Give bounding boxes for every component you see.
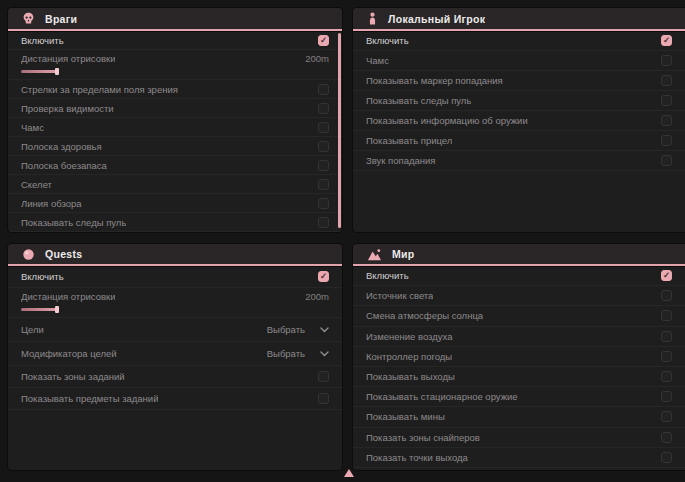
select-dropdown[interactable]: Выбрать bbox=[267, 348, 329, 359]
panel-title: Мир bbox=[392, 248, 415, 260]
checkbox[interactable]: ✓ bbox=[661, 35, 672, 46]
checkbox[interactable] bbox=[661, 391, 672, 402]
setting-row: Показать точки выхода bbox=[353, 448, 685, 468]
checkbox[interactable] bbox=[318, 141, 329, 152]
setting-label: Включить bbox=[366, 35, 409, 46]
checkbox[interactable] bbox=[661, 290, 672, 301]
setting-row: Проверка видимости bbox=[8, 99, 342, 118]
slider-fill bbox=[21, 70, 57, 73]
setting-row: Показывать информацию об оружии bbox=[353, 111, 685, 131]
panel-header[interactable]: Quests bbox=[8, 244, 342, 264]
slider-fill bbox=[21, 308, 57, 311]
checkbox[interactable] bbox=[661, 331, 672, 342]
checkbox[interactable] bbox=[661, 432, 672, 443]
distance-slider[interactable] bbox=[21, 306, 141, 313]
setting-row: Дистанция отрисовки200m bbox=[8, 288, 342, 318]
checkbox[interactable] bbox=[318, 122, 329, 133]
setting-row: Включить✓ bbox=[8, 31, 342, 50]
scrollbar[interactable] bbox=[338, 33, 341, 228]
checkbox[interactable] bbox=[661, 135, 672, 146]
setting-label: Показывать стационарное оружие bbox=[366, 391, 518, 402]
setting-row: Включить✓ bbox=[353, 31, 685, 51]
setting-label: Источник света bbox=[366, 290, 433, 301]
slider-thumb[interactable] bbox=[55, 68, 59, 75]
setting-row: Показывать маркер попадания bbox=[353, 71, 685, 91]
setting-label: Дистанция отрисовки bbox=[21, 291, 115, 302]
checkbox[interactable] bbox=[661, 310, 672, 321]
setting-row: Стрелки за пределами поля зрения bbox=[8, 80, 342, 99]
setting-label: Показывать выходы bbox=[366, 371, 455, 382]
panel-title: Враги bbox=[45, 13, 77, 25]
setting-row: Скелет bbox=[8, 175, 342, 194]
slider-value: 200m bbox=[305, 53, 329, 64]
select-dropdown[interactable]: Выбрать bbox=[267, 324, 329, 335]
quest-icon bbox=[22, 248, 35, 261]
setting-label: Показывать информацию об оружии bbox=[366, 115, 528, 126]
setting-label: Показывать маркер попадания bbox=[366, 75, 503, 86]
setting-label: Включить bbox=[366, 270, 409, 281]
checkbox[interactable]: ✓ bbox=[661, 270, 672, 281]
panel-локальный-игрок: Локальный ИгрокВключить✓ЧамсПоказывать м… bbox=[353, 8, 685, 232]
panel-header[interactable]: Мир bbox=[353, 244, 685, 264]
setting-row: Показывать прицел bbox=[353, 131, 685, 151]
checkbox[interactable] bbox=[318, 103, 329, 114]
person-icon bbox=[367, 12, 378, 25]
slider-thumb[interactable] bbox=[55, 306, 59, 313]
setting-label: Включить bbox=[21, 271, 64, 282]
setting-row: Включить✓ bbox=[8, 266, 342, 288]
checkbox[interactable] bbox=[661, 411, 672, 422]
setting-label: Показывать предметы заданий bbox=[21, 393, 158, 404]
panel-body: Включить✓Источник светаСмена атмосферы с… bbox=[353, 266, 685, 468]
checkbox[interactable] bbox=[661, 95, 672, 106]
checkbox[interactable] bbox=[661, 371, 672, 382]
setting-row: Показывать следы пуль bbox=[8, 213, 342, 232]
panel-body: Включить✓Дистанция отрисовки200mЦелиВыбр… bbox=[8, 266, 342, 410]
setting-row: Чамс bbox=[8, 118, 342, 137]
setting-label: Полоска здоровья bbox=[21, 141, 102, 152]
chevron-down-icon bbox=[320, 351, 329, 357]
checkbox[interactable] bbox=[318, 198, 329, 209]
setting-label: Линия обзора bbox=[21, 198, 82, 209]
setting-row: Чамс bbox=[353, 51, 685, 71]
panel-title: Quests bbox=[45, 248, 82, 260]
panel-title: Локальный Игрок bbox=[388, 13, 485, 25]
checkbox[interactable] bbox=[318, 84, 329, 95]
checkbox[interactable] bbox=[318, 393, 329, 404]
cursor-pointer bbox=[344, 469, 354, 477]
checkbox[interactable]: ✓ bbox=[318, 35, 329, 46]
setting-label: Цели bbox=[21, 324, 44, 335]
checkbox[interactable] bbox=[661, 155, 672, 166]
checkbox[interactable]: ✓ bbox=[318, 271, 329, 282]
checkbox[interactable] bbox=[318, 160, 329, 171]
mod-menu-overlay: ВрагиВключить✓Дистанция отрисовки200mСтр… bbox=[0, 0, 685, 482]
panel-header[interactable]: Враги bbox=[8, 8, 342, 29]
setting-row: Контроллер погоды bbox=[353, 347, 685, 367]
checkbox[interactable] bbox=[318, 179, 329, 190]
setting-label: Чамс bbox=[21, 122, 44, 133]
distance-slider[interactable] bbox=[21, 68, 141, 75]
setting-label: Показывать мины bbox=[366, 411, 445, 422]
setting-row: ЦелиВыбрать bbox=[8, 318, 342, 342]
setting-label: Скелет bbox=[21, 179, 52, 190]
setting-label: Показывать следы пуль bbox=[366, 95, 471, 106]
setting-row: Показывать следы пуль bbox=[353, 91, 685, 111]
panel-quests: QuestsВключить✓Дистанция отрисовки200mЦе… bbox=[8, 244, 342, 470]
checkbox[interactable] bbox=[318, 217, 329, 228]
checkbox[interactable] bbox=[661, 55, 672, 66]
checkbox[interactable] bbox=[661, 452, 672, 463]
chevron-down-icon bbox=[320, 327, 329, 333]
setting-label: Включить bbox=[21, 35, 64, 46]
setting-row: Показать зоны снайперов bbox=[353, 428, 685, 448]
panel-header[interactable]: Локальный Игрок bbox=[353, 8, 685, 29]
setting-row: Линия обзора bbox=[8, 194, 342, 213]
checkbox[interactable] bbox=[318, 371, 329, 382]
select-value: Выбрать bbox=[267, 348, 305, 359]
checkbox[interactable] bbox=[661, 75, 672, 86]
setting-label: Чамс bbox=[366, 55, 389, 66]
setting-row: Включить✓ bbox=[353, 266, 685, 286]
setting-label: Звук попадания bbox=[366, 155, 436, 166]
setting-label: Полоска боезапаса bbox=[21, 160, 107, 171]
checkbox[interactable] bbox=[661, 115, 672, 126]
setting-row: Показывать предметы заданий bbox=[8, 388, 342, 410]
checkbox[interactable] bbox=[661, 351, 672, 362]
